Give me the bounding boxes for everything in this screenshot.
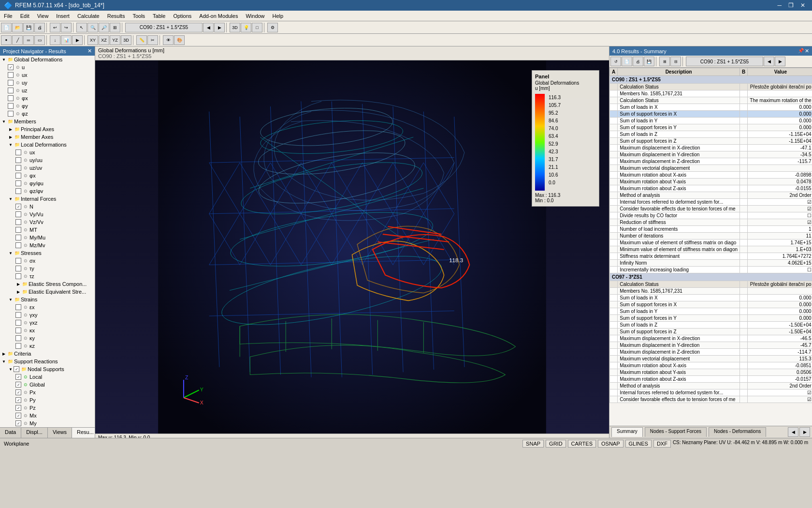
- rp-btn-4[interactable]: 💾: [644, 57, 654, 66]
- tb2-members[interactable]: ═: [23, 35, 34, 45]
- menu-insert[interactable]: Insert: [52, 11, 73, 21]
- tb-open[interactable]: 📂: [12, 23, 23, 32]
- expand-criteria[interactable]: ▶: [1, 351, 7, 357]
- tb-zoom-all[interactable]: ⊞: [110, 23, 120, 32]
- menu-options[interactable]: Options: [169, 11, 195, 21]
- tb-zoom-out[interactable]: 🔎: [99, 23, 109, 32]
- cb-local-ux[interactable]: [15, 149, 21, 155]
- expand-elastic-equiv[interactable]: ▶: [15, 289, 21, 295]
- cb-gammaxy[interactable]: [15, 312, 21, 318]
- tree-phix[interactable]: ⊙ φx: [0, 94, 95, 102]
- cb-Vzvv[interactable]: [15, 219, 21, 225]
- tree-phiy[interactable]: ⊙ φy: [0, 102, 95, 110]
- tree-Py[interactable]: ✓ ⊙ Py: [0, 396, 95, 404]
- tree-tauy[interactable]: ⊙ τy: [0, 265, 95, 272]
- cb-ux[interactable]: [8, 72, 14, 78]
- menu-file[interactable]: File: [0, 11, 16, 21]
- status-dxf[interactable]: DXF: [653, 440, 671, 448]
- cb-nodal[interactable]: ✓: [14, 366, 19, 372]
- cb-sigmax[interactable]: [15, 258, 21, 264]
- rp-btn-5[interactable]: ⊞: [659, 57, 670, 66]
- tree-local[interactable]: ✓ ⊙ Local: [0, 373, 95, 381]
- tree-Pz[interactable]: ✓ ⊙ Pz: [0, 404, 95, 412]
- tree-support-reactions[interactable]: ▼ 📁 Support Reactions: [0, 358, 95, 365]
- menu-view[interactable]: View: [33, 11, 53, 21]
- tree-kx[interactable]: ⊙ κx: [0, 327, 95, 334]
- tree-principal-axes[interactable]: ▶ 📁 Principal Axes: [0, 125, 95, 133]
- cb-N[interactable]: ✓: [15, 204, 21, 209]
- expand-strains[interactable]: ▼: [8, 297, 14, 302]
- cb-phizpv[interactable]: [15, 188, 21, 194]
- tree-phiypu[interactable]: ⊙ φy/φu: [0, 179, 95, 187]
- status-glines[interactable]: GLINES: [625, 440, 652, 448]
- cb-kz[interactable]: [15, 343, 21, 349]
- cb-u[interactable]: ✓: [8, 64, 14, 70]
- expand-local-def[interactable]: ▼: [8, 142, 14, 148]
- tree-local-deformations[interactable]: ▼ 📁 Local Deformations: [0, 141, 95, 149]
- tree-uyuu[interactable]: ⊙ uy/uu: [0, 156, 95, 164]
- tree-tauz[interactable]: ⊙ τz: [0, 272, 95, 280]
- tree-Vyvu[interactable]: ⊙ Vy/Vu: [0, 210, 95, 218]
- cb-Px[interactable]: ✓: [15, 389, 21, 395]
- tb2-animate[interactable]: ▶: [72, 35, 83, 45]
- rp-btn-3[interactable]: 🖨: [633, 57, 643, 66]
- tb2-results[interactable]: 📊: [61, 35, 72, 45]
- tree-uz[interactable]: ⊙ uz: [0, 87, 95, 94]
- tb-zoom-in[interactable]: 🔍: [87, 23, 98, 32]
- tb-prev[interactable]: ◀: [203, 23, 214, 32]
- tree-Vzvv[interactable]: ⊙ Vz/Vv: [0, 218, 95, 226]
- tree-member-axes[interactable]: ▶ 📁 Member Axes: [0, 133, 95, 141]
- cb-ky[interactable]: [15, 335, 21, 341]
- cb-MT[interactable]: [15, 227, 21, 233]
- tree-members[interactable]: ▼ 📁 Members: [0, 118, 95, 125]
- tree-gammaxz[interactable]: ⊙ γxz: [0, 319, 95, 327]
- status-osnap[interactable]: OSNAP: [598, 440, 624, 448]
- expand-members[interactable]: ▼: [1, 119, 7, 124]
- view-canvas[interactable]: 118.3 Y X Z Panel Global Deformations u …: [95, 60, 609, 433]
- tree-local-ux[interactable]: ⊙ ux: [0, 149, 95, 156]
- rp-nav-right[interactable]: ▶: [799, 427, 810, 437]
- tree-sigmax[interactable]: ⊙ σx: [0, 257, 95, 265]
- tb2-display[interactable]: 👁: [163, 35, 174, 45]
- rp-btn-1[interactable]: ↺: [610, 57, 621, 66]
- minimize-button[interactable]: ─: [774, 1, 784, 10]
- menu-edit[interactable]: Edit: [16, 11, 33, 21]
- cb-global[interactable]: ✓: [15, 382, 21, 388]
- menu-window[interactable]: Window: [242, 11, 268, 21]
- menu-results[interactable]: Results: [103, 11, 129, 21]
- tb2-measure[interactable]: 📏: [136, 35, 147, 45]
- tree-u[interactable]: ✓ ⊙ u: [0, 63, 95, 71]
- tree-stresses[interactable]: ▼ 📁 Stresses: [0, 249, 95, 257]
- cb-phiz[interactable]: [8, 111, 14, 117]
- tree-ux[interactable]: ⊙ ux: [0, 71, 95, 79]
- tb2-section[interactable]: ✂: [147, 35, 158, 45]
- tb-wireframe[interactable]: □: [252, 23, 262, 32]
- tree-phix-local[interactable]: ⊙ φx: [0, 172, 95, 179]
- tree-N[interactable]: ✓ ⊙ N: [0, 203, 95, 210]
- tree-gammaxy[interactable]: ⊙ γxy: [0, 311, 95, 319]
- cb-phix-local[interactable]: [15, 173, 21, 179]
- menu-help[interactable]: Help: [269, 11, 288, 21]
- menu-calculate[interactable]: Calculate: [73, 11, 103, 21]
- tb2-view-xz[interactable]: XZ: [99, 35, 109, 45]
- tb-print[interactable]: 🖨: [34, 23, 45, 32]
- tab-summary[interactable]: Summary: [611, 427, 643, 437]
- tree-nodal-supports[interactable]: ▼ ✓ 📁 Nodal Supports: [0, 365, 95, 373]
- tree-phizpv[interactable]: ⊙ φz/φv: [0, 187, 95, 195]
- rp-nav-left[interactable]: ◀: [788, 427, 798, 437]
- rp-next[interactable]: ▶: [775, 57, 785, 66]
- tb2-color[interactable]: 🎨: [174, 35, 185, 45]
- nav-tab-results[interactable]: Resu...: [72, 428, 95, 438]
- tree-elastic-equiv[interactable]: ▶ 📁 Elastic Equivalent Stre...: [0, 288, 95, 296]
- tb-select[interactable]: ↖: [76, 23, 87, 32]
- tree-kz[interactable]: ⊙ κz: [0, 342, 95, 350]
- cb-uy[interactable]: [8, 80, 14, 86]
- cb-gammaxz[interactable]: [15, 320, 21, 326]
- right-panel-pin[interactable]: 📌: [798, 48, 804, 54]
- cb-Mymu[interactable]: [15, 235, 21, 240]
- status-snap[interactable]: SNAP: [522, 440, 544, 448]
- expand-support[interactable]: ▼: [1, 359, 7, 364]
- expand-member-axes[interactable]: ▶: [8, 134, 14, 140]
- tb-settings[interactable]: ⚙: [267, 23, 278, 32]
- cb-phiy[interactable]: [8, 103, 14, 109]
